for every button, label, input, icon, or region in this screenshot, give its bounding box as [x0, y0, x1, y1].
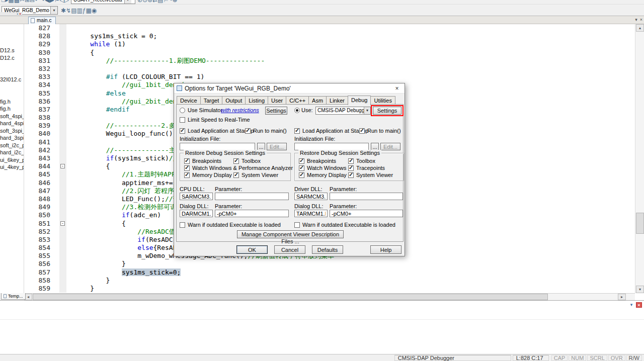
cpu-dll-parameter-input[interactable] [215, 193, 289, 200]
code-line[interactable]: 832 [24, 65, 635, 73]
project-tree-item[interactable]: ui_6key_pc [0, 156, 24, 164]
close-icon[interactable]: × [636, 302, 642, 308]
tab-templates[interactable]: Temp... [1, 293, 26, 300]
dialog-tab-asm[interactable]: Asm [308, 96, 327, 105]
find-icon[interactable]: ⊚ [147, 0, 152, 4]
close-icon[interactable]: × [389, 85, 405, 92]
driver-dll-parameter-input[interactable] [330, 193, 403, 200]
books-window-icon[interactable]: ▥ [76, 7, 82, 14]
init-file-edit-button[interactable]: Edit... [380, 143, 400, 150]
scroll-up-icon[interactable]: ▴ [636, 24, 644, 32]
run-to-main-checkbox[interactable]: Run to main() [245, 128, 287, 134]
paste-icon[interactable]: ⊟ [30, 0, 35, 4]
save-icon[interactable]: ▦ [8, 0, 14, 4]
code-line[interactable]: 831 //--------------1.刷图DEMO------------… [24, 57, 635, 65]
watch-windows-checkbox[interactable]: Watch Windows & Performance Analyzer [184, 165, 293, 171]
manage-component-viewer-button[interactable]: Manage Component Viewer Description File… [237, 230, 344, 238]
ok-button[interactable]: OK [236, 245, 268, 254]
save-all-icon[interactable]: ▩ [14, 0, 20, 4]
system-viewer-checkbox[interactable]: System Viewer [348, 172, 393, 178]
load-application-checkbox[interactable]: Load Application at Startup [294, 128, 368, 134]
cut-icon[interactable]: ✂ [20, 0, 25, 4]
debugger-select-combo[interactable]: CMSIS-DAP Debugger ▾ [315, 107, 371, 115]
project-tree-item[interactable]: hard_3spi_p [0, 134, 24, 142]
dialog-tab-target[interactable]: Target [200, 96, 223, 105]
copy-icon[interactable]: ⊞ [25, 0, 30, 4]
dialog-dll-parameter-input[interactable] [330, 210, 403, 217]
pin-icon[interactable]: ▾ [628, 302, 634, 308]
watch-windows-checkbox[interactable]: Watch Windows [299, 165, 346, 171]
limit-speed-checkbox[interactable]: Limit Speed to Real-Time [180, 117, 250, 123]
templates-window-icon[interactable]: ▦ [86, 7, 92, 14]
project-tree-item[interactable]: soft_3spi_p [0, 127, 24, 135]
fold-collapse-icon[interactable]: - [60, 164, 65, 168]
project-tree-item[interactable]: fig.h [0, 98, 24, 106]
driver-dll-input[interactable] [294, 193, 328, 200]
toolbox-checkbox[interactable]: Toolbox [348, 158, 375, 164]
project-tree-item[interactable]: soft_i2c_pc [0, 142, 24, 149]
project-tree-item[interactable]: hard_4spi_p [0, 120, 24, 127]
init-file-edit-button[interactable]: Edit... [267, 143, 287, 150]
flash-download-icon[interactable]: ↯ [66, 7, 71, 14]
close-document-icon[interactable]: × [640, 17, 642, 22]
book-icon[interactable]: ▤ [157, 0, 163, 4]
chevron-down-icon[interactable]: ▾ [364, 107, 370, 114]
with-restrictions-link[interactable]: with restrictions [221, 107, 259, 113]
dialog-dll-parameter-input[interactable] [215, 210, 289, 217]
flag-icon[interactable]: ⚐ [164, 0, 169, 4]
chevron-down-icon[interactable]: ▾ [50, 7, 57, 14]
bookmark-toggle-icon[interactable]: ⚑ [54, 0, 60, 4]
tab-main-c[interactable]: main.c [28, 17, 56, 24]
find-text-combo[interactable]: USART_ReceiveData ▾ [71, 0, 135, 4]
dialog-dll-input[interactable] [180, 210, 213, 217]
functions-window-icon[interactable]: ƒ [83, 7, 86, 14]
bookmark-next-icon[interactable]: ▷ [64, 0, 69, 4]
memory-display-checkbox[interactable]: Memory Display [299, 172, 347, 178]
dialog-tab-utilities[interactable]: Utilities [370, 96, 395, 105]
warn-outdated-checkbox[interactable]: Warn if outdated Executable is loaded [294, 222, 395, 228]
source-browser-icon[interactable]: ◉ [92, 7, 97, 14]
code-line[interactable]: 827 [24, 24, 635, 32]
run-to-main-checkbox[interactable]: Run to main() [359, 128, 401, 134]
code-line[interactable]: 830 { [24, 49, 635, 57]
project-window-icon[interactable]: ▤ [71, 7, 76, 14]
use-debugger-radio[interactable] [294, 108, 300, 113]
project-tree-item[interactable]: soft_4spi_p [0, 113, 24, 120]
dialog-tab-debug[interactable]: Debug [348, 96, 371, 105]
pin-icon[interactable]: ▪ [17, 12, 18, 16]
dialog-tab-user[interactable]: User [268, 96, 286, 105]
dialog-tab-device[interactable]: Device [177, 96, 201, 105]
use-simulator-radio[interactable] [180, 108, 185, 113]
code-line[interactable]: 856 } [24, 260, 635, 268]
watch-window-icon[interactable]: ◔ [169, 0, 172, 4]
cancel-button[interactable]: Cancel [274, 245, 305, 254]
dialog-dll-input[interactable] [294, 210, 328, 217]
memory-display-checkbox[interactable]: Memory Display [184, 172, 232, 178]
project-tree-item[interactable]: D12.s [0, 47, 24, 54]
breakpoints-checkbox[interactable]: Breakpoints [299, 158, 336, 164]
project-tree-item[interactable]: hard_i2c_p [0, 149, 24, 156]
toolbox-checkbox[interactable]: Toolbox [233, 158, 261, 164]
project-tree-item[interactable]: fig.h [0, 105, 24, 113]
warn-outdated-checkbox[interactable]: Warn if outdated Executable is loaded [180, 222, 281, 228]
load-application-checkbox[interactable]: Load Application at Startup [180, 128, 254, 134]
scroll-right-icon[interactable]: ▸ [618, 294, 626, 300]
scrollbar-thumb[interactable] [636, 213, 644, 234]
magnifier-icon[interactable]: ⊕ [173, 0, 178, 4]
find-in-files-icon[interactable]: ⊙ [142, 0, 147, 4]
code-line[interactable]: 858 } [24, 277, 635, 285]
project-tree-item[interactable]: 32I012.c [0, 76, 24, 83]
init-file-input[interactable] [294, 143, 369, 150]
target-options-icon[interactable]: ✱ [61, 7, 66, 14]
dialog-tab-linker[interactable]: Linker [326, 96, 348, 105]
cpu-dll-input[interactable] [180, 193, 213, 200]
debugger-settings-button[interactable]: Settings [373, 107, 401, 115]
init-file-browse-button[interactable]: ... [257, 143, 265, 150]
bookmark-prev-icon[interactable]: ◁ [60, 0, 64, 4]
dialog-tab-c-c-[interactable]: C/C++ [286, 96, 309, 105]
init-file-input[interactable] [180, 143, 255, 150]
code-line[interactable]: 859 } [24, 285, 635, 293]
document-list-icon[interactable]: ▾ [635, 17, 637, 22]
close-icon[interactable]: × [19, 12, 21, 16]
breakpoints-checkbox[interactable]: Breakpoints [184, 158, 221, 164]
